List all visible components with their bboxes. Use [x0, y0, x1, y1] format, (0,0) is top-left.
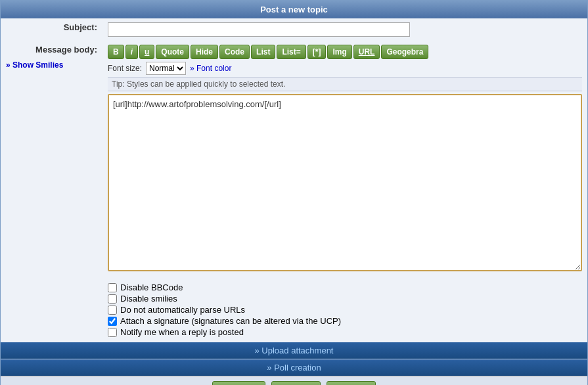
message-textarea[interactable]: [url]http://www.artofproblemsolving.com/… — [108, 94, 582, 271]
upload-link[interactable]: » Upload attachment — [255, 346, 334, 355]
font-size-row: Font size: Tiny Small Normal Large Huge … — [108, 62, 582, 75]
notify-reply-checkbox[interactable] — [108, 328, 117, 337]
poll-bar[interactable]: » Poll creation — [1, 359, 587, 376]
geogebra-button[interactable]: Geogebra — [381, 45, 428, 59]
img-button[interactable]: Img — [327, 45, 351, 59]
star-button[interactable]: [*] — [307, 45, 327, 59]
underline-button[interactable]: u — [139, 45, 154, 59]
listequal-button[interactable]: List= — [277, 45, 305, 59]
poll-link[interactable]: » Poll creation — [267, 363, 321, 373]
show-smilies-link[interactable]: » Show Smilies — [6, 60, 63, 70]
attach-signature-checkbox[interactable] — [108, 317, 117, 326]
window-title: Post a new topic — [260, 5, 328, 14]
buttons-bar: Preview Submit Cancel — [1, 376, 587, 385]
attach-signature-label: Attach a signature (signatures can be al… — [120, 316, 341, 326]
cancel-button[interactable]: Cancel — [327, 381, 375, 385]
notify-reply-label: Notify me when a reply is posted — [120, 327, 244, 337]
title-bar: Post a new topic — [1, 1, 587, 18]
option-attach-signature: Attach a signature (signatures can be al… — [108, 316, 582, 326]
font-color-link[interactable]: » Font color — [190, 64, 231, 73]
option-disable-smilies: Disable smilies — [108, 294, 582, 304]
disable-bbcode-checkbox[interactable] — [108, 283, 117, 292]
list-button[interactable]: List — [251, 45, 275, 59]
subject-input[interactable] — [108, 22, 410, 37]
disable-smilies-label: Disable smilies — [120, 294, 177, 304]
toolbar: B i u Quote Hide Code List List= [*] Img… — [108, 45, 582, 59]
option-no-parse-urls: Do not automatically parse URLs — [108, 305, 582, 315]
message-body-label: Message body: » Show Smilies — [1, 41, 102, 277]
form-table: Subject: Message body: » Show Smilies B … — [1, 18, 587, 342]
options-row: Disable BBCode Disable smilies Do not au… — [1, 277, 587, 342]
submit-button[interactable]: Submit — [271, 381, 320, 385]
font-size-label: Font size: — [108, 64, 142, 73]
hide-button[interactable]: Hide — [191, 45, 218, 59]
bold-button[interactable]: B — [108, 45, 124, 59]
font-size-select[interactable]: Tiny Small Normal Large Huge — [146, 62, 186, 75]
disable-bbcode-label: Disable BBCode — [120, 283, 183, 292]
subject-label: Subject: — [1, 18, 102, 41]
subject-row: Subject: — [1, 18, 587, 41]
upload-bar[interactable]: » Upload attachment — [1, 342, 587, 359]
no-parse-urls-label: Do not automatically parse URLs — [120, 305, 245, 315]
quote-button[interactable]: Quote — [156, 45, 189, 59]
message-body-label-text: Message body: — [6, 45, 97, 55]
preview-button[interactable]: Preview — [212, 381, 265, 385]
option-disable-bbcode: Disable BBCode — [108, 283, 582, 292]
message-body-row: Message body: » Show Smilies B i u Quote… — [1, 41, 587, 277]
option-notify-reply: Notify me when a reply is posted — [108, 327, 582, 337]
no-parse-urls-checkbox[interactable] — [108, 306, 117, 315]
code-button[interactable]: Code — [219, 45, 250, 59]
italic-button[interactable]: i — [125, 45, 138, 59]
tip-row: Tip: Styles can be applied quickly to se… — [108, 77, 582, 91]
options-cell: Disable BBCode Disable smilies Do not au… — [102, 277, 587, 342]
tip-text: Tip: Styles can be applied quickly to se… — [112, 79, 285, 89]
url-button[interactable]: URL — [353, 45, 380, 59]
message-body-cell: B i u Quote Hide Code List List= [*] Img… — [102, 41, 587, 277]
disable-smilies-checkbox[interactable] — [108, 294, 117, 304]
subject-cell — [102, 18, 587, 41]
